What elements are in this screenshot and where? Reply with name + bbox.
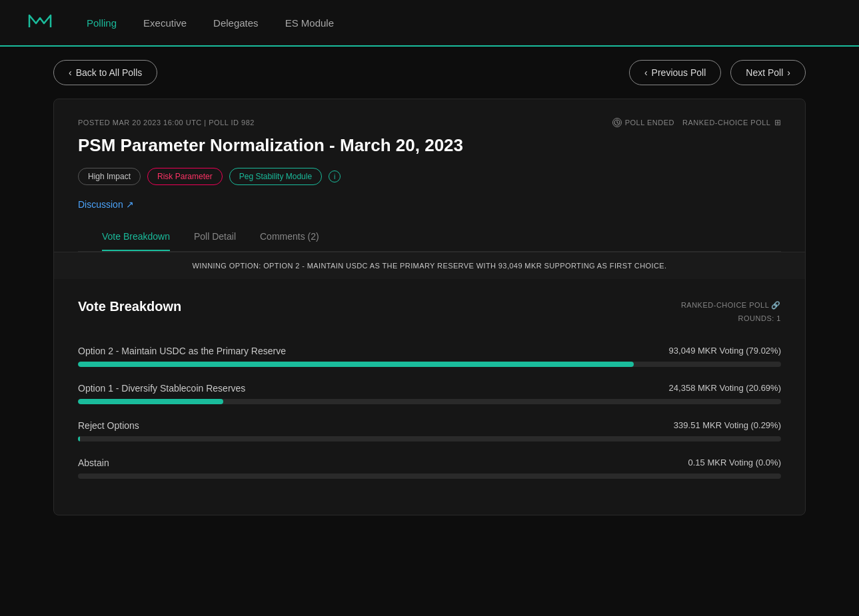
clock-icon — [612, 118, 622, 127]
progress-bar-bg — [78, 399, 781, 404]
option-votes: 339.51 MKR Voting (0.29%) — [674, 420, 781, 430]
poll-meta: POSTED MAR 20 2023 16:00 UTC | POLL ID 9… — [78, 118, 781, 127]
chevron-left-icon: ‹ — [644, 67, 648, 78]
option-label: Reject Options — [78, 420, 139, 431]
tag-high-impact: High Impact — [78, 168, 141, 185]
option-row: Option 2 - Maintain USDC as the Primary … — [78, 346, 781, 367]
nav-link-delegates[interactable]: Delegates — [213, 17, 259, 29]
poll-nav-buttons: ‹ Previous Poll Next Poll › — [629, 60, 806, 85]
tab-poll-detail[interactable]: Poll Detail — [194, 223, 236, 251]
chevron-right-icon: › — [787, 67, 790, 78]
site-logo — [27, 9, 53, 37]
poll-title: PSM Parameter Normalization - March 20, … — [78, 135, 781, 156]
progress-bar-fill — [78, 399, 223, 404]
ranked-choice-label: RANKED-CHOICE POLL ⊞ — [682, 118, 781, 127]
option-votes: 0.15 MKR Voting (0.0%) — [688, 458, 781, 467]
vote-breakdown-title: Vote Breakdown — [78, 299, 181, 314]
external-link-icon: ⊞ — [774, 118, 782, 127]
nav-link-polling[interactable]: Polling — [87, 17, 117, 29]
poll-ended-badge: POLL ENDED — [612, 118, 674, 127]
vote-breakdown-header: Vote Breakdown RANKED-CHOICE POLL 🔗 ROUN… — [78, 299, 781, 326]
nav-link-executive[interactable]: Executive — [143, 17, 187, 29]
back-to-polls-button[interactable]: ‹ Back to All Polls — [53, 60, 157, 85]
previous-poll-label: Previous Poll — [652, 67, 706, 78]
option-row: Reject Options 339.51 MKR Voting (0.29%) — [78, 420, 781, 442]
tag-risk-parameter: Risk Parameter — [147, 168, 223, 185]
poll-header: POSTED MAR 20 2023 16:00 UTC | POLL ID 9… — [54, 99, 805, 252]
poll-tabs: Vote Breakdown Poll Detail Comments (2) — [78, 223, 781, 252]
previous-poll-button[interactable]: ‹ Previous Poll — [629, 60, 721, 85]
poll-meta-right: POLL ENDED RANKED-CHOICE POLL ⊞ — [612, 118, 781, 127]
svg-line-2 — [617, 123, 618, 124]
progress-bar-bg — [78, 473, 781, 479]
progress-bar-fill — [78, 436, 80, 442]
option-row: Option 1 - Diversify Stablecoin Reserves… — [78, 383, 781, 404]
vote-breakdown-meta: RANKED-CHOICE POLL 🔗 ROUNDS: 1 — [681, 299, 781, 326]
ranked-choice-meta: RANKED-CHOICE POLL 🔗 — [681, 299, 781, 312]
next-poll-button[interactable]: Next Poll › — [730, 60, 806, 85]
nav-link-es-module[interactable]: ES Module — [285, 17, 334, 29]
rounds-meta: ROUNDS: 1 — [681, 312, 781, 326]
tab-comments[interactable]: Comments (2) — [260, 223, 319, 251]
vote-breakdown-section: Vote Breakdown RANKED-CHOICE POLL 🔗 ROUN… — [54, 279, 805, 515]
tag-peg-stability: Peg Stability Module — [229, 168, 322, 185]
option-votes: 93,049 MKR Voting (79.02%) — [669, 346, 781, 356]
option-label: Option 1 - Diversify Stablecoin Reserves — [78, 383, 245, 394]
option-votes: 24,358 MKR Voting (20.69%) — [669, 383, 781, 393]
options-list: Option 2 - Maintain USDC as the Primary … — [78, 346, 781, 479]
next-poll-label: Next Poll — [746, 67, 783, 78]
progress-bar-bg — [78, 436, 781, 442]
option-header: Reject Options 339.51 MKR Voting (0.29%) — [78, 420, 781, 431]
progress-bar-bg — [78, 362, 781, 367]
tab-vote-breakdown[interactable]: Vote Breakdown — [102, 223, 170, 251]
back-label: Back to All Polls — [76, 67, 143, 78]
top-bar: ‹ Back to All Polls ‹ Previous Poll Next… — [0, 47, 859, 99]
option-row: Abstain 0.15 MKR Voting (0.0%) — [78, 458, 781, 479]
ranked-choice-text: RANKED-CHOICE POLL — [682, 119, 770, 127]
option-label: Abstain — [78, 458, 109, 468]
discussion-label: Discussion ↗ — [78, 199, 134, 210]
poll-ended-label: POLL ENDED — [625, 119, 674, 127]
option-header: Option 2 - Maintain USDC as the Primary … — [78, 346, 781, 356]
info-icon[interactable]: i — [329, 170, 341, 182]
discussion-link[interactable]: Discussion ↗ — [78, 199, 134, 210]
chevron-left-icon: ‹ — [69, 67, 72, 78]
option-header: Abstain 0.15 MKR Voting (0.0%) — [78, 458, 781, 468]
poll-card: POSTED MAR 20 2023 16:00 UTC | POLL ID 9… — [53, 99, 806, 515]
poll-tags: High Impact Risk Parameter Peg Stability… — [78, 168, 781, 185]
winning-banner: WINNING OPTION: OPTION 2 - MAINTAIN USDC… — [54, 252, 805, 279]
option-header: Option 1 - Diversify Stablecoin Reserves… — [78, 383, 781, 394]
navigation: Polling Executive Delegates ES Module — [0, 0, 859, 47]
progress-bar-fill — [78, 362, 634, 367]
option-label: Option 2 - Maintain USDC as the Primary … — [78, 346, 286, 356]
poll-meta-left: POSTED MAR 20 2023 16:00 UTC | POLL ID 9… — [78, 119, 255, 127]
nav-links: Polling Executive Delegates ES Module — [87, 17, 334, 29]
